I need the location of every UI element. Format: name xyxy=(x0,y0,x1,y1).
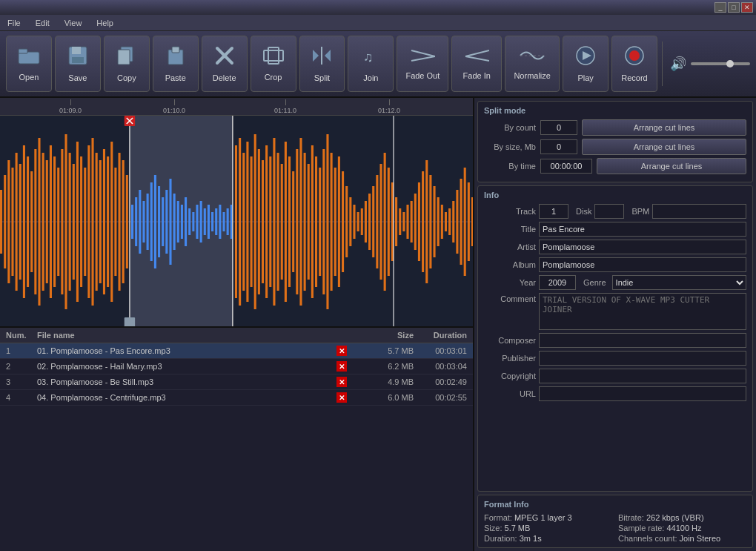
file-row-2[interactable]: 2 02. Pomplamoose - Hail Mary.mp3 ✕ 6.2 … xyxy=(0,359,473,375)
disk-input[interactable] xyxy=(594,204,624,219)
waveform-container[interactable]: 01:09.0 01:10.0 01:11.0 01:12.0 xyxy=(0,98,473,328)
svg-rect-99 xyxy=(285,142,287,302)
svg-rect-147 xyxy=(468,182,470,261)
format-info-title: Format Info xyxy=(484,500,746,509)
bpm-input[interactable] xyxy=(652,204,746,219)
svg-rect-67 xyxy=(162,197,164,246)
svg-rect-58 xyxy=(126,175,128,268)
svg-rect-63 xyxy=(147,194,149,250)
volume-slider[interactable] xyxy=(691,62,750,65)
url-input[interactable] xyxy=(539,386,746,401)
svg-rect-98 xyxy=(281,164,283,280)
minimize-button[interactable]: _ xyxy=(714,2,726,13)
svg-rect-77 xyxy=(200,201,202,242)
close-button[interactable]: ✕ xyxy=(741,2,753,13)
normalize-button[interactable]: Normalize xyxy=(505,36,560,92)
album-input[interactable] xyxy=(539,257,746,272)
file-row-1[interactable]: 1 01. Pomplamoose - Pas Encore.mp3 ✕ 5.7… xyxy=(0,343,473,359)
svg-rect-48 xyxy=(87,145,90,298)
svg-rect-140 xyxy=(441,205,443,239)
record-button[interactable]: Record xyxy=(611,36,657,92)
svg-rect-1 xyxy=(19,49,27,53)
svg-rect-76 xyxy=(196,205,198,239)
file-del-1[interactable]: ✕ xyxy=(336,346,354,356)
delete-icon-4[interactable]: ✕ xyxy=(336,392,347,403)
delete-icon-3[interactable]: ✕ xyxy=(336,377,347,387)
split-by-size-input[interactable] xyxy=(540,139,577,154)
split-by-time-input[interactable] xyxy=(540,159,592,174)
file-row-3[interactable]: 3 03. Pomplamoose - Be Still.mp3 ✕ 4.9 M… xyxy=(0,375,473,390)
svg-rect-30 xyxy=(19,164,21,280)
genre-select[interactable]: Indie Pop Rock Jazz Classical xyxy=(612,275,746,290)
svg-rect-129 xyxy=(399,208,401,235)
menu-edit[interactable]: Edit xyxy=(31,17,54,29)
play-button[interactable]: Play xyxy=(563,36,609,92)
join-button[interactable]: ♫ Join xyxy=(348,36,394,92)
size-label: Size: 5.7 MB xyxy=(484,524,612,532)
svg-rect-38 xyxy=(50,145,52,298)
menu-bar: File Edit View Help xyxy=(0,15,756,31)
year-input[interactable] xyxy=(539,275,576,290)
copyright-input[interactable] xyxy=(539,369,746,383)
svg-rect-117 xyxy=(353,205,355,239)
file-del-4[interactable]: ✕ xyxy=(336,392,354,403)
composer-input[interactable] xyxy=(539,333,746,348)
svg-rect-79 xyxy=(208,205,210,239)
svg-rect-53 xyxy=(107,156,109,287)
copy-button[interactable]: Copy xyxy=(104,36,150,92)
split-by-size-btn[interactable]: Arrange cut lines xyxy=(582,139,746,155)
open-button[interactable]: Open xyxy=(6,36,52,92)
svg-rect-90 xyxy=(251,156,253,287)
maximize-button[interactable]: □ xyxy=(728,2,740,13)
file-del-3[interactable]: ✕ xyxy=(336,377,354,387)
svg-rect-36 xyxy=(42,153,44,291)
fade-out-button[interactable]: Fade Out xyxy=(397,36,448,92)
waveform-canvas[interactable] xyxy=(0,116,473,328)
svg-rect-11 xyxy=(264,50,283,61)
split-by-time-btn[interactable]: Arrange cut lines xyxy=(597,158,746,174)
header-size: Size xyxy=(354,331,414,340)
album-label: Album xyxy=(484,260,536,269)
svg-rect-96 xyxy=(273,138,275,306)
svg-rect-123 xyxy=(376,175,378,268)
duration-value: 3m 1s xyxy=(520,534,542,543)
svg-rect-47 xyxy=(84,168,86,276)
split-by-count-btn[interactable]: Arrange cut lines xyxy=(582,119,746,136)
artist-input[interactable] xyxy=(539,240,746,254)
delete-icon-1[interactable]: ✕ xyxy=(336,346,347,356)
svg-text:♫: ♫ xyxy=(363,50,374,65)
comment-textarea[interactable] xyxy=(539,293,746,330)
delete-icon-2[interactable]: ✕ xyxy=(336,361,347,372)
menu-help[interactable]: Help xyxy=(92,17,118,29)
join-icon: ♫ xyxy=(360,45,381,70)
split-button[interactable]: Split xyxy=(299,36,345,92)
normalize-label: Normalize xyxy=(514,71,551,80)
menu-view[interactable]: View xyxy=(60,17,87,29)
file-row-4[interactable]: 4 04. Pomplamoose - Centrifuge.mp3 ✕ 6.0… xyxy=(0,390,473,406)
fade-in-button[interactable]: Fade In xyxy=(451,36,502,92)
track-input[interactable] xyxy=(539,204,568,219)
publisher-input[interactable] xyxy=(539,351,746,366)
waveform-svg xyxy=(0,116,473,328)
svg-rect-119 xyxy=(361,208,363,235)
format-grid: Format: MPEG 1 layer 3 Bitrate: 262 kbps… xyxy=(484,513,746,543)
title-input[interactable] xyxy=(539,222,746,237)
paste-button[interactable]: Paste xyxy=(153,36,199,92)
ruler-mark-4: 01:12.0 xyxy=(378,99,400,114)
menu-file[interactable]: File xyxy=(3,17,25,29)
split-by-size-label: By size, Mb xyxy=(484,142,536,151)
file-del-2[interactable]: ✕ xyxy=(336,361,354,372)
publisher-label: Publisher xyxy=(484,354,536,363)
crop-button[interactable]: Crop xyxy=(251,36,296,92)
split-by-count-input[interactable] xyxy=(540,120,577,135)
svg-rect-104 xyxy=(304,153,306,291)
svg-rect-4 xyxy=(72,57,84,63)
file-num-3: 3 xyxy=(0,377,37,386)
svg-rect-8 xyxy=(172,47,179,53)
title-bar: _ □ ✕ xyxy=(0,0,756,15)
title-row: Title xyxy=(484,222,746,237)
svg-rect-118 xyxy=(357,212,359,231)
delete-button[interactable]: Delete xyxy=(202,36,248,92)
svg-rect-125 xyxy=(384,153,386,291)
save-button[interactable]: Save xyxy=(55,36,101,92)
